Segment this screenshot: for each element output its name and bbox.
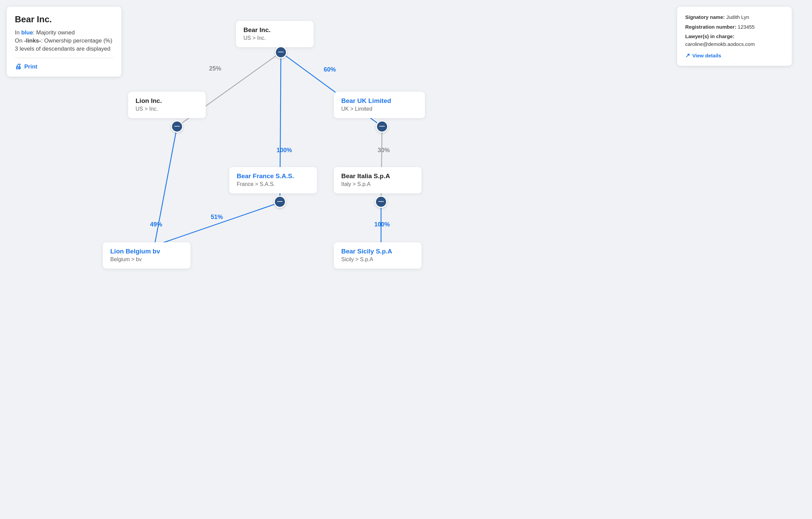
info-signatory: Signatory name: Judith Lyn xyxy=(685,13,784,21)
node-lion-belgium[interactable]: Lion Belgium bv Belgium > bv xyxy=(103,242,191,269)
lion-inc-collapse-btn[interactable] xyxy=(171,120,183,133)
node-bear-france[interactable]: Bear France S.A.S. France > S.A.S. xyxy=(229,167,317,193)
view-details-label: View details xyxy=(692,53,721,58)
node-bear-italia[interactable]: Bear Italia S.p.A Italy > S.p.A xyxy=(334,167,422,193)
lion-belgium-name: Lion Belgium bv xyxy=(110,248,183,255)
bear-inc-name: Bear Inc. xyxy=(243,26,306,34)
info-registration-value: 123455 xyxy=(738,24,755,30)
info-lawyers-value: caroline@demokb.aodocs.com xyxy=(685,41,755,47)
bear-inc-sub: US > Inc. xyxy=(243,35,306,41)
info-lawyers: Lawyer(s) in charge: caroline@demokb.aod… xyxy=(685,33,784,48)
legend-divider xyxy=(15,58,113,58)
lion-inc-name: Lion Inc. xyxy=(136,97,198,105)
bear-italia-sub: Italy > S.p.A xyxy=(341,181,414,187)
legend-title: Bear Inc. xyxy=(15,14,113,25)
node-bear-inc[interactable]: Bear Inc. US > Inc. xyxy=(236,21,314,47)
print-button[interactable]: 🖨 Print xyxy=(15,63,37,71)
legend-item-2: On -links-: Ownership percentage (%) xyxy=(15,37,113,44)
info-signatory-label: Signatory name: xyxy=(685,14,725,20)
bear-france-collapse-btn[interactable] xyxy=(274,196,286,208)
pct-bear-inc-lion: 25% xyxy=(209,65,221,72)
bear-inc-collapse-btn[interactable] xyxy=(275,46,287,58)
pct-lion-belgium: 49% xyxy=(150,221,162,228)
node-lion-inc[interactable]: Lion Inc. US > Inc. xyxy=(128,92,206,118)
info-card: Signatory name: Judith Lyn Registration … xyxy=(677,7,792,66)
legend-card: Bear Inc. In blue: Majority owned On -li… xyxy=(7,7,121,77)
bear-france-sub: France > S.A.S. xyxy=(237,181,310,187)
bear-uk-sub: UK > Limited xyxy=(341,106,417,112)
pct-uk-italia: 30% xyxy=(378,147,390,154)
view-details-button[interactable]: ↗ View details xyxy=(685,52,784,59)
pct-bear-inc-france: 100% xyxy=(277,147,292,154)
lion-inc-sub: US > Inc. xyxy=(136,106,198,112)
lion-belgium-sub: Belgium > bv xyxy=(110,256,183,263)
info-lawyers-label: Lawyer(s) in charge: xyxy=(685,33,734,39)
view-details-icon: ↗ xyxy=(685,52,690,59)
legend-item-1: In blue: Majority owned xyxy=(15,29,113,36)
info-registration: Registration number: 123455 xyxy=(685,23,784,31)
bear-france-name: Bear France S.A.S. xyxy=(237,172,310,180)
pct-bear-inc-uk: 60% xyxy=(324,66,336,73)
info-registration-label: Registration number: xyxy=(685,24,736,30)
info-signatory-value: Judith Lyn xyxy=(726,14,749,20)
pct-france-belgium: 51% xyxy=(211,214,223,221)
print-icon: 🖨 xyxy=(15,63,22,71)
bear-italia-collapse-btn[interactable] xyxy=(375,196,387,208)
bear-uk-name: Bear UK Limited xyxy=(341,97,417,105)
legend-item-3: 3 levels of descendants are displayed xyxy=(15,46,113,52)
bear-sicily-sub: Sicily > S.p.A xyxy=(341,256,414,263)
node-bear-uk[interactable]: Bear UK Limited UK > Limited xyxy=(334,92,425,118)
legend-blue-text: blue xyxy=(21,29,33,36)
node-bear-sicily[interactable]: Bear Sicily S.p.A Sicily > S.p.A xyxy=(334,242,422,269)
bear-italia-name: Bear Italia S.p.A xyxy=(341,172,414,180)
print-label: Print xyxy=(24,63,37,70)
legend-links-text: -links- xyxy=(24,37,41,44)
bear-sicily-name: Bear Sicily S.p.A xyxy=(341,248,414,255)
pct-italia-sicily: 100% xyxy=(374,221,390,228)
svg-line-4 xyxy=(154,202,280,246)
bear-uk-collapse-btn[interactable] xyxy=(376,120,388,133)
